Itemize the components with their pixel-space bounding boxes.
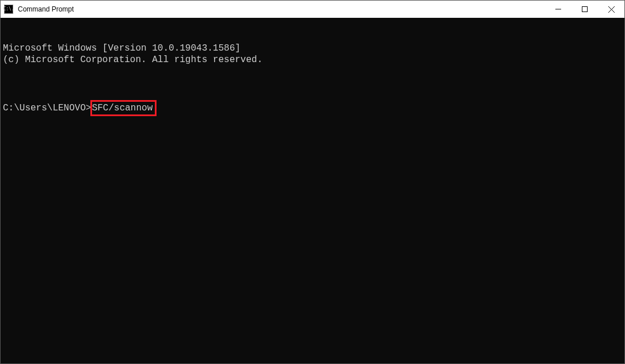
- console-area[interactable]: Microsoft Windows [Version 10.0.19043.15…: [1, 18, 624, 363]
- cmd-icon: C:\.: [4, 5, 13, 14]
- command-prompt-window: C:\. Command Prompt Microsoft Windows [V…: [0, 0, 625, 364]
- close-icon: [608, 6, 615, 13]
- close-button[interactable]: [598, 1, 624, 18]
- window-title: Command Prompt: [18, 5, 74, 13]
- prompt-line: C:\Users\LENOVO>SFC/scannow: [3, 100, 622, 116]
- command-text: SFC/scannow: [92, 103, 153, 113]
- console-line-copyright: (c) Microsoft Corporation. All rights re…: [3, 54, 622, 66]
- console-line-version: Microsoft Windows [Version 10.0.19043.15…: [3, 43, 622, 54]
- command-highlight: SFC/scannow: [90, 100, 157, 116]
- maximize-button[interactable]: [571, 1, 598, 18]
- minimize-button[interactable]: [545, 1, 571, 18]
- maximize-icon: [582, 6, 588, 12]
- svg-rect-1: [582, 7, 588, 12]
- prompt-text: C:\Users\LENOVO>: [3, 103, 92, 113]
- minimize-icon: [555, 6, 561, 12]
- titlebar[interactable]: C:\. Command Prompt: [1, 1, 624, 18]
